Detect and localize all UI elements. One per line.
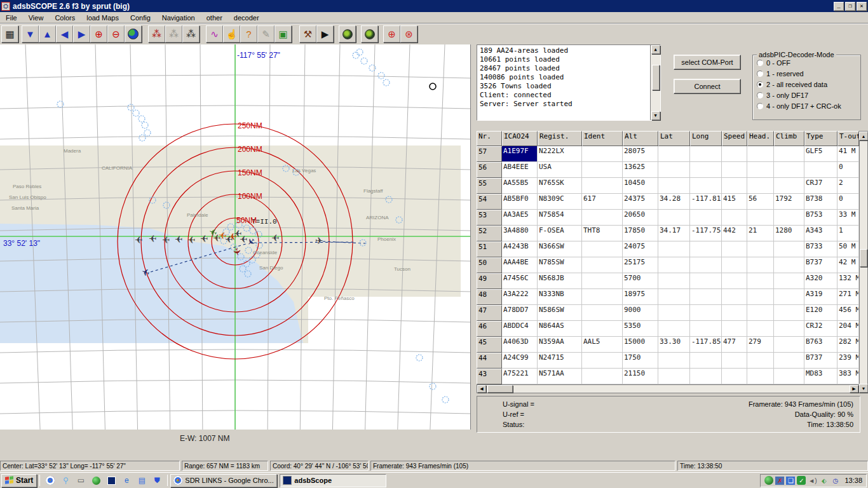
cell-tout[interactable]: 204 M bbox=[837, 321, 859, 337]
cell-nr[interactable]: 56 bbox=[477, 162, 502, 178]
cell-nr[interactable]: 45 bbox=[477, 337, 502, 353]
cell-tout[interactable]: 132 M bbox=[837, 273, 859, 289]
cell-regist[interactable]: N366SW bbox=[538, 241, 582, 257]
cell-speed[interactable] bbox=[722, 146, 747, 162]
cell-long[interactable] bbox=[690, 321, 722, 337]
decoder-mode-option[interactable]: 4 - only DF17 + CRC-ok bbox=[757, 100, 857, 111]
cell-head[interactable] bbox=[747, 241, 774, 257]
cell-nr[interactable]: 51 bbox=[477, 241, 502, 257]
cell-climb[interactable] bbox=[774, 241, 804, 257]
cell-lat[interactable] bbox=[658, 241, 690, 257]
cell-long[interactable] bbox=[690, 369, 722, 384]
cell-speed[interactable] bbox=[722, 241, 747, 257]
menu-other[interactable]: other bbox=[201, 13, 228, 23]
cell-alt[interactable]: 5350 bbox=[623, 321, 658, 337]
cell-lat[interactable]: 34.17 bbox=[658, 226, 690, 241]
cell-nr[interactable]: 47 bbox=[477, 305, 502, 321]
cell-regist[interactable]: N785SW bbox=[538, 257, 582, 273]
decoder-mode-option[interactable]: 0 - OFF bbox=[757, 57, 857, 68]
scroll-thumb[interactable] bbox=[487, 385, 513, 393]
table-row[interactable]: 523A4880F-OSEATHT81785034.17-117.7544221… bbox=[477, 226, 860, 241]
cell-long[interactable] bbox=[690, 353, 722, 369]
cell-lat[interactable] bbox=[658, 321, 690, 337]
cell-climb[interactable]: 1280 bbox=[774, 226, 804, 241]
column-header-climb[interactable]: Climb bbox=[774, 131, 804, 146]
scroll-left-icon[interactable]: ◀ bbox=[477, 385, 486, 393]
scope-plot-button[interactable]: ∿ bbox=[206, 25, 223, 43]
cell-long[interactable]: -117.85 bbox=[690, 337, 722, 353]
cell-ident[interactable] bbox=[582, 241, 623, 257]
column-header-speed[interactable]: Speed bbox=[722, 131, 747, 146]
cell-ident[interactable] bbox=[582, 146, 623, 162]
menu-decoder[interactable]: decoder bbox=[228, 13, 265, 23]
column-header-nr[interactable]: Nr. bbox=[477, 131, 502, 146]
scroll-down-icon[interactable]: ▼ bbox=[859, 384, 868, 393]
zoom-out-button[interactable]: ⊖ bbox=[107, 25, 125, 43]
pin-icon[interactable]: ⚲ bbox=[60, 475, 71, 486]
cell-lat[interactable] bbox=[658, 289, 690, 305]
cell-regist[interactable]: USA bbox=[538, 162, 582, 178]
cell-tout[interactable]: 456 M bbox=[837, 305, 859, 321]
minimize-button[interactable]: _ bbox=[834, 2, 844, 11]
cell-type[interactable]: MD83 bbox=[804, 369, 837, 384]
aircraft-icon[interactable]: ✈ bbox=[234, 229, 242, 238]
cell-ident[interactable] bbox=[582, 353, 623, 369]
cell-ident[interactable]: AAL5 bbox=[582, 337, 623, 353]
table-row[interactable]: 55AA55B5N765SK10450CRJ72 bbox=[477, 178, 860, 194]
column-header-lat[interactable]: Lat bbox=[658, 131, 690, 146]
cell-speed[interactable] bbox=[722, 289, 747, 305]
cell-head[interactable] bbox=[747, 210, 774, 226]
cell-ident[interactable] bbox=[582, 305, 623, 321]
column-header-type[interactable]: Type bbox=[804, 131, 837, 146]
table-row[interactable]: 43A75221N571AA21150MD83383 M bbox=[477, 369, 860, 384]
table-row[interactable]: 51A4243BN366SW24075B73350 M bbox=[477, 241, 860, 257]
pan-east-button[interactable]: ▶ bbox=[73, 25, 90, 43]
aircraft-table[interactable]: Nr.ICAO24Regist.IdentAltLatLongSpeedHead… bbox=[477, 131, 860, 384]
column-header-icao24[interactable]: ICAO24 bbox=[502, 131, 538, 146]
cell-nr[interactable]: 55 bbox=[477, 178, 502, 194]
cell-tout[interactable]: 41 M bbox=[837, 146, 859, 162]
cell-alt[interactable]: 10450 bbox=[623, 178, 658, 194]
cell-type[interactable]: B753 bbox=[804, 210, 837, 226]
close-button[interactable]: ✕ bbox=[857, 2, 867, 11]
tray-update-icon[interactable]: ✓ bbox=[797, 476, 806, 485]
column-header-ident[interactable]: Ident bbox=[582, 131, 623, 146]
connect-button[interactable]: Connect bbox=[674, 79, 741, 94]
cell-nr[interactable]: 44 bbox=[477, 353, 502, 369]
cell-regist[interactable]: N333NB bbox=[538, 289, 582, 305]
column-header-head[interactable]: Head. bbox=[747, 131, 774, 146]
cell-icao24[interactable]: A75221 bbox=[502, 369, 538, 384]
tools-button[interactable]: ⚒ bbox=[299, 25, 316, 43]
cell-ident[interactable]: 617 bbox=[582, 194, 623, 210]
radio-icon[interactable]: ▭ bbox=[75, 475, 86, 486]
cell-lat[interactable]: 33.30 bbox=[658, 337, 690, 353]
cell-regist[interactable]: F-OSEA bbox=[538, 226, 582, 241]
cell-type[interactable]: B737 bbox=[804, 257, 837, 273]
pan-south-button[interactable]: ▼ bbox=[22, 25, 39, 43]
cell-ident[interactable] bbox=[582, 321, 623, 337]
cell-alt[interactable]: 20650 bbox=[623, 210, 658, 226]
hand-pointer-button[interactable]: ☝ bbox=[223, 25, 240, 43]
cell-alt[interactable]: 15000 bbox=[623, 337, 658, 353]
menu-load-maps[interactable]: load Maps bbox=[81, 13, 125, 23]
cell-type[interactable]: B738 bbox=[804, 194, 837, 210]
cell-tout[interactable]: 383 M bbox=[837, 369, 859, 384]
cell-type[interactable] bbox=[804, 162, 837, 178]
cell-type[interactable]: A320 bbox=[804, 273, 837, 289]
cell-nr[interactable]: 48 bbox=[477, 289, 502, 305]
cell-climb[interactable] bbox=[774, 289, 804, 305]
cell-tout[interactable]: 239 M bbox=[837, 353, 859, 369]
aircraft-icon[interactable]: ✈ bbox=[149, 234, 157, 243]
cell-climb[interactable] bbox=[774, 257, 804, 273]
tray-volume-icon[interactable]: ◄) bbox=[808, 476, 817, 485]
cell-type[interactable]: A319 bbox=[804, 289, 837, 305]
cell-nr[interactable]: 57 bbox=[477, 146, 502, 162]
cell-ident[interactable]: THT8 bbox=[582, 226, 623, 241]
cell-lat[interactable] bbox=[658, 146, 690, 162]
cell-long[interactable] bbox=[690, 289, 722, 305]
green-ball-icon[interactable] bbox=[90, 475, 102, 486]
globe-button[interactable] bbox=[125, 25, 142, 43]
tray-green-ball-icon[interactable] bbox=[764, 476, 773, 485]
cell-long[interactable]: -117.81 bbox=[690, 194, 722, 210]
cell-long[interactable]: -117.75 bbox=[690, 226, 722, 241]
